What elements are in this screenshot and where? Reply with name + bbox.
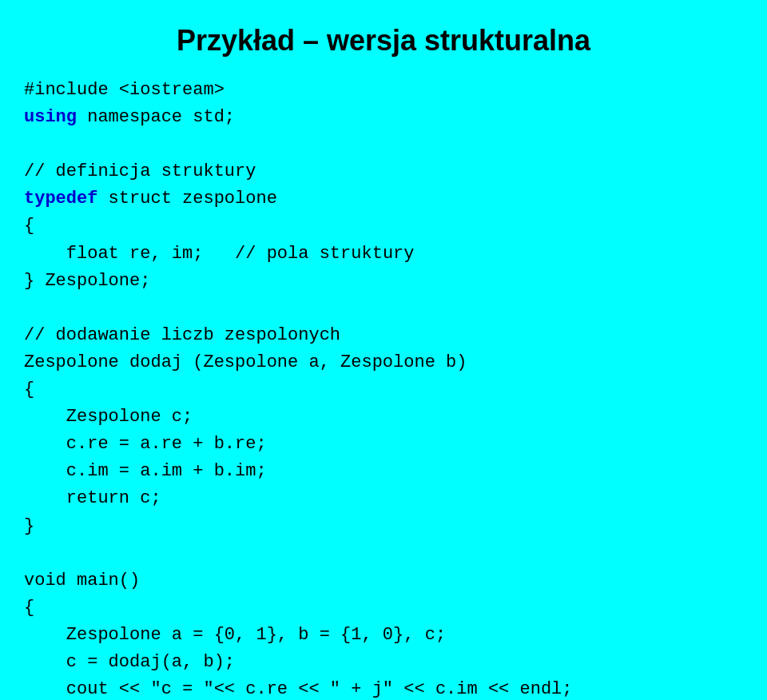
code-line-12: { (24, 376, 743, 404)
code-line-3 (24, 131, 743, 158)
code-line-20: { (24, 595, 743, 622)
code-line-14: c.re = a.re + b.re; (24, 431, 743, 458)
page-title: Przykład – wersja strukturalna (24, 24, 743, 58)
code-line-18 (24, 540, 743, 567)
code-line-21: Zespolone a = {0, 1}, b = {1, 0}, c; (24, 622, 743, 649)
code-line-1: #include <iostream> (24, 77, 743, 104)
code-line-15: c.im = a.im + b.im; (24, 458, 743, 485)
code-line-5: typedef struct zespolone (24, 185, 743, 213)
code-line-8: } Zespolone; (24, 268, 743, 295)
code-line-16: return c; (24, 485, 743, 512)
code-line-22: c = dodaj(a, b); (24, 649, 743, 676)
code-line-2: using namespace std; (24, 104, 743, 131)
code-block: #include <iostream> using namespace std;… (24, 77, 743, 700)
code-line-23: cout << "c = "<< c.re << " + j" << c.im … (24, 676, 743, 700)
code-line-7: float re, im; // pola struktury (24, 241, 743, 268)
code-line-19: void main() (24, 567, 743, 595)
code-line-6: { (24, 213, 743, 240)
code-line-17: } (24, 513, 743, 540)
code-line-9 (24, 295, 743, 322)
code-line-4: // definicja struktury (24, 158, 743, 185)
code-line-13: Zespolone c; (24, 404, 743, 431)
code-line-11: Zespolone dodaj (Zespolone a, Zespolone … (24, 349, 743, 376)
code-line-10: // dodawanie liczb zespolonych (24, 322, 743, 349)
